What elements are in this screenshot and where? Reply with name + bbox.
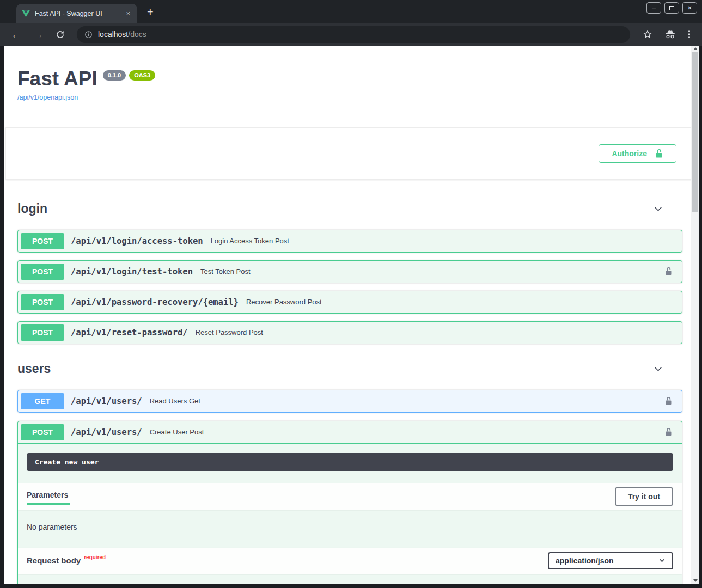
window-close-button[interactable]: ✕	[682, 2, 697, 14]
authorize-button[interactable]: Authorize	[599, 144, 676, 163]
endpoint-path: /api/v1/login/access-token	[71, 236, 203, 246]
scrollbar-down-arrow-icon[interactable]	[693, 579, 698, 582]
tab-close-icon[interactable]: ×	[124, 9, 132, 17]
oas3-badge: OAS3	[129, 70, 155, 81]
active-tab-underline	[27, 503, 70, 505]
url-path: /docs	[128, 30, 146, 39]
section-title: users	[17, 362, 647, 376]
method-badge: POST	[21, 424, 64, 440]
endpoint-summary: Reset Password Post	[196, 328, 263, 336]
operation-row[interactable]: POST /api/v1/reset-password/ Reset Passw…	[17, 321, 682, 344]
endpoint-summary: Test Token Post	[200, 267, 251, 275]
endpoint-path: /api/v1/users/	[71, 396, 142, 406]
window-maximize-button[interactable]	[664, 2, 679, 14]
reload-button[interactable]	[51, 30, 69, 39]
chevron-down-icon[interactable]	[647, 203, 677, 215]
tab-title: Fast API - Swagger UI	[35, 10, 119, 17]
tag-section-users[interactable]: users	[17, 356, 682, 382]
expanded-operation-block: POST /api/v1/users/ Create User Post Cre…	[17, 421, 682, 584]
required-badge: required	[84, 554, 106, 560]
operation-row[interactable]: GET /api/v1/users/ Read Users Get	[17, 390, 682, 413]
parameters-header: Parameters Try it out	[18, 483, 682, 510]
authorize-label: Authorize	[612, 149, 647, 158]
endpoint-path: /api/v1/reset-password/	[71, 328, 188, 338]
method-badge: POST	[21, 264, 64, 280]
incognito-icon[interactable]	[660, 29, 681, 40]
endpoint-summary: Login Access Token Post	[211, 237, 289, 245]
window-minimize-button[interactable]: ─	[646, 2, 661, 14]
maximize-icon	[669, 6, 674, 10]
site-info-icon[interactable]	[84, 30, 93, 39]
address-bar[interactable]: localhost/docs	[77, 26, 630, 43]
content-type-select[interactable]: application/json	[548, 552, 673, 569]
method-badge: POST	[21, 294, 64, 310]
method-badge: POST	[21, 233, 64, 249]
auth-lock-icon[interactable]	[658, 395, 679, 407]
favicon-vue-icon	[22, 10, 30, 17]
chevron-down-icon[interactable]	[647, 363, 677, 375]
bookmark-star-icon[interactable]	[638, 29, 657, 39]
page-title: Fast API	[17, 69, 97, 90]
request-body-header: Request body required application/json	[18, 548, 682, 574]
content-type-value: application/json	[556, 556, 614, 565]
version-badge: 0.1.0	[103, 70, 126, 81]
endpoint-path: /api/v1/users/	[71, 427, 142, 437]
endpoint-path: /api/v1/login/test-token	[71, 267, 193, 277]
endpoint-path: /api/v1/password-recovery/{email}	[71, 297, 239, 307]
url-text: localhost/docs	[98, 30, 146, 39]
browser-menu-icon[interactable]	[683, 30, 695, 39]
openapi-spec-link[interactable]: /api/v1/openapi.json	[17, 94, 78, 101]
tab-parameters: Parameters	[27, 488, 70, 505]
forward-button[interactable]: →	[29, 29, 48, 40]
operation-row[interactable]: POST /api/v1/users/ Create User Post	[18, 421, 682, 444]
browser-toolbar: ← → localhost/docs	[0, 23, 702, 46]
scrollbar-up-arrow-icon[interactable]	[693, 47, 698, 50]
back-button[interactable]: ←	[7, 29, 26, 40]
parameters-label: Parameters	[27, 488, 70, 503]
page-viewport: Fast API 0.1.0 OAS3 /api/v1/openapi.json…	[4, 46, 699, 584]
model-example-tabs: Example Value Schema	[18, 574, 682, 584]
page-scrollbar[interactable]	[691, 46, 699, 584]
operation-description: Create new user	[27, 453, 673, 471]
operation-row[interactable]: POST /api/v1/login/test-token Test Token…	[17, 260, 682, 283]
endpoint-summary: Create User Post	[150, 428, 204, 436]
url-host: localhost	[98, 30, 128, 39]
unlock-icon	[655, 149, 663, 158]
scheme-container: Authorize	[5, 127, 691, 180]
auth-lock-icon[interactable]	[658, 426, 679, 438]
auth-lock-icon[interactable]	[658, 266, 679, 277]
operation-row[interactable]: POST /api/v1/password-recovery/{email} R…	[17, 291, 682, 314]
no-parameters-text: No parameters	[18, 510, 682, 548]
browser-tab-strip: Fast API - Swagger UI × + ─ ✕	[0, 0, 702, 23]
section-title: login	[17, 201, 647, 216]
browser-tab[interactable]: Fast API - Swagger UI ×	[16, 4, 137, 23]
method-badge: POST	[21, 324, 64, 341]
endpoint-summary: Read Users Get	[150, 397, 200, 405]
endpoint-summary: Recover Password Post	[246, 298, 322, 306]
chevron-down-icon	[658, 557, 666, 564]
api-info: Fast API 0.1.0 OAS3 /api/v1/openapi.json	[17, 46, 682, 102]
operation-row[interactable]: POST /api/v1/login/access-token Login Ac…	[17, 230, 682, 253]
method-badge: GET	[21, 393, 64, 409]
request-body-label: Request body	[27, 556, 81, 565]
new-tab-button[interactable]: +	[143, 5, 158, 20]
tag-section-login[interactable]: login	[17, 196, 682, 222]
try-it-out-button[interactable]: Try it out	[615, 487, 673, 506]
scrollbar-thumb[interactable]	[692, 52, 698, 212]
